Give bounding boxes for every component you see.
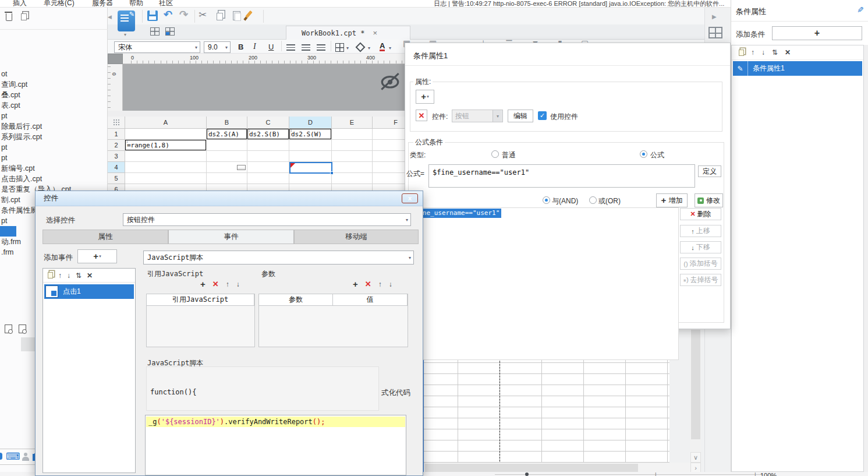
file-tree-item[interactable]: pt [0, 142, 108, 153]
add-condition-button[interactable]: +增加 [656, 193, 688, 207]
panel-scrollbar-gutter[interactable] [864, 45, 868, 472]
remove-widget-button[interactable]: ✕ [416, 110, 427, 121]
use-widget-checkbox[interactable]: ✓ [538, 111, 547, 120]
cell-C3[interactable] [247, 151, 289, 162]
pencil-icon[interactable]: ✎ [857, 5, 864, 15]
save-icon[interactable] [147, 10, 158, 21]
cell-E4[interactable] [332, 162, 373, 173]
cell-C2[interactable] [247, 140, 289, 151]
column-header[interactable]: C [247, 117, 289, 129]
tab-workbook1[interactable]: WorkBook1.cpt * × [286, 26, 410, 40]
event-item-selected[interactable]: 点击1 [44, 284, 134, 299]
arrow-down-icon[interactable]: ↓ [761, 48, 765, 57]
plus-icon[interactable]: + [200, 281, 206, 288]
align-left-icon[interactable] [286, 44, 295, 51]
align-center-icon[interactable] [302, 44, 310, 51]
file-tree-item[interactable]: 查询.cpt [0, 79, 108, 90]
params-table[interactable]: 参数 值 [258, 294, 408, 347]
column-header[interactable]: A [125, 117, 207, 129]
condition-item-selected[interactable]: ✎ 条件属性1 [733, 61, 862, 76]
tab-properties[interactable]: 属性 [42, 230, 168, 244]
copy-event-icon[interactable] [48, 272, 53, 278]
undo-icon[interactable]: ↶ [164, 8, 172, 21]
arrow-up-icon[interactable]: ↑ [378, 280, 382, 288]
file-tree-item[interactable]: 叠.cpt [0, 90, 108, 100]
cell-D3[interactable] [289, 151, 332, 162]
tab-close-icon[interactable]: × [373, 30, 377, 37]
arrow-down-icon[interactable]: ↓ [67, 272, 70, 280]
cell-E3[interactable] [332, 151, 373, 162]
row-header[interactable]: 5 [108, 173, 125, 184]
column-header[interactable]: E [332, 117, 373, 129]
selected-cell-outline[interactable] [289, 162, 332, 174]
report-designer-icon[interactable] [118, 10, 135, 31]
delete-condition-button[interactable]: ✕删除 [680, 208, 721, 220]
delete-event-icon[interactable]: ✕ [87, 272, 93, 280]
file-tree-item[interactable]: 新编号.cpt [0, 163, 108, 174]
cell-D1[interactable]: ⇣ds2.S(W) [289, 129, 332, 140]
cut-icon[interactable]: ✂ [199, 9, 207, 21]
arrow-down-icon[interactable]: ↓ [389, 280, 392, 288]
arrow-up-icon[interactable]: ↑ [58, 272, 62, 280]
cell-E2[interactable] [332, 140, 373, 151]
copy-icon[interactable] [739, 50, 744, 56]
column-header-selected[interactable]: D [289, 117, 332, 129]
add-bracket-button[interactable]: ()添加括号 [680, 258, 721, 270]
log-label[interactable]: 日志 [434, 0, 447, 7]
dialog-titlebar[interactable]: 控件 [36, 191, 423, 206]
cell-A4[interactable] [125, 162, 207, 173]
delete-file-icon[interactable] [6, 13, 12, 21]
fill-handle[interactable] [330, 171, 334, 175]
menu-server[interactable]: 服务器 [92, 0, 113, 8]
keyboard-icon[interactable]: ⌨ [6, 450, 20, 463]
scroll-down-icon[interactable]: ∨ [690, 452, 701, 463]
align-right-icon[interactable] [317, 44, 325, 51]
button-widget-marker[interactable] [237, 165, 246, 170]
user-icon[interactable] [22, 453, 30, 461]
cell-D5[interactable] [289, 173, 332, 184]
file-tree-item[interactable]: pt [0, 111, 108, 121]
x-icon[interactable]: ✕ [212, 280, 219, 288]
type-formula-radio[interactable] [640, 150, 647, 158]
chevron-down-icon[interactable]: ▾ [389, 45, 391, 51]
menu-community[interactable]: 社区 [159, 0, 173, 8]
event-script-type-select[interactable]: JavaScript脚本▾ [143, 251, 414, 265]
redo-icon[interactable]: ↷ [179, 8, 188, 21]
widget-type-select[interactable]: 按钮控件▾ [123, 213, 411, 226]
sheet-corner[interactable] [108, 117, 125, 129]
ref-js-table[interactable]: 引用JavaScript [146, 294, 255, 347]
file-tree-item[interactable]: pt [0, 153, 108, 163]
zoom-slider[interactable] [495, 474, 763, 475]
menu-cell[interactable]: 单元格(C) [44, 0, 75, 8]
remove-bracket-button[interactable]: ⁎)去掉括号 [680, 274, 721, 286]
cell-A1[interactable] [125, 129, 207, 140]
row-header[interactable]: 3 [108, 151, 125, 162]
column-header[interactable]: B [207, 117, 247, 129]
collapse-sidebar-icon[interactable]: ◀ [108, 14, 112, 20]
sort-icon[interactable]: ⇅ [772, 48, 778, 57]
arrow-up-icon[interactable]: ↑ [751, 48, 754, 57]
plus-icon[interactable]: + [353, 281, 358, 288]
font-family-select[interactable]: 宋体▾ [114, 41, 200, 53]
chevron-down-icon[interactable]: ▾ [346, 45, 349, 51]
chevron-down-icon[interactable]: ▾ [368, 45, 370, 51]
and-radio[interactable] [543, 196, 550, 204]
file-tree-item[interactable]: 表.cpt [0, 100, 108, 111]
file-tree-item[interactable]: 除最后行.cpt [0, 121, 108, 132]
cell-A5[interactable] [125, 173, 207, 184]
define-formula-button[interactable]: 定义 [698, 165, 721, 177]
menu-help[interactable]: 帮助 [129, 0, 143, 8]
cell-B3[interactable] [207, 151, 247, 162]
cell-C5[interactable] [247, 173, 289, 184]
zoom-slider-handle[interactable] [525, 473, 529, 476]
or-radio[interactable] [589, 196, 597, 204]
underline-button[interactable]: U [268, 43, 274, 51]
cell-A2[interactable]: ⇣=range(1,8) [125, 140, 207, 151]
add-condition-button[interactable]: + [772, 26, 862, 40]
move-up-button[interactable]: ↑上移 [680, 225, 721, 237]
move-down-button[interactable]: ↓下移 [680, 241, 721, 253]
add-event-button[interactable]: +▾ [77, 249, 117, 263]
file-tree-item-selected[interactable] [0, 226, 16, 237]
cell-E5[interactable] [332, 173, 373, 184]
copy-file-icon[interactable] [21, 13, 27, 20]
